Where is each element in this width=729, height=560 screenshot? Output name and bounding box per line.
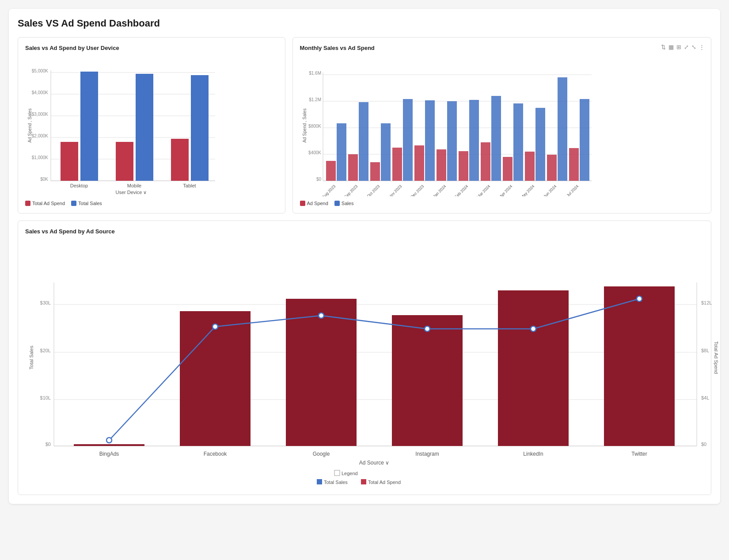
dashboard-title: Sales VS Ad Spend Dashboard <box>18 18 711 29</box>
dashboard-container: Sales VS Ad Spend Dashboard Sales vs Ad … <box>9 9 720 504</box>
svg-text:Instagram: Instagram <box>415 451 439 457</box>
export-icon[interactable]: ⤢ <box>684 44 689 50</box>
expand-icon[interactable]: ⤡ <box>691 44 696 50</box>
svg-rect-37 <box>381 123 391 181</box>
svg-text:Total Sales: Total Sales <box>29 346 34 370</box>
legend-sales: Total Sales <box>71 201 102 206</box>
bar-linkedin <box>498 290 569 446</box>
svg-text:Nov 2023: Nov 2023 <box>387 184 402 196</box>
legend-label-sales-2: Sales <box>342 201 354 206</box>
svg-text:Legend: Legend <box>342 471 358 476</box>
dot-twitter <box>637 296 642 301</box>
svg-text:User Device ∨: User Device ∨ <box>116 190 147 195</box>
chart2-toolbar: ⇅ ▦ ⊞ ⤢ ⤡ ⋮ <box>661 44 705 50</box>
svg-rect-36 <box>370 162 380 181</box>
svg-text:Jul 2024: Jul 2024 <box>566 184 579 196</box>
svg-text:Facebook: Facebook <box>204 451 228 457</box>
svg-rect-52 <box>547 155 557 181</box>
bar-twitter <box>604 286 675 446</box>
svg-text:Twitter: Twitter <box>631 451 647 457</box>
chart-ad-source: Sales vs Ad Spend by Ad Source Total Sal… <box>18 221 711 495</box>
legend-label-ad-spend-2: Ad Spend <box>307 201 328 206</box>
svg-text:$1.2M: $1.2M <box>309 97 321 102</box>
dot-linkedin <box>531 326 536 331</box>
svg-rect-50 <box>525 152 535 181</box>
more-icon[interactable]: ⋮ <box>699 44 705 50</box>
legend-ad-spend: Total Ad Spend <box>25 201 65 206</box>
chart1-svg: Ad Spend , Sales $0K $1,000K $2,000K $3,… <box>25 55 224 196</box>
svg-rect-51 <box>535 108 545 181</box>
legend-sales-2: Sales <box>334 201 354 206</box>
bar-desktop-sales <box>80 72 98 181</box>
svg-text:Apr 2024: Apr 2024 <box>498 184 513 196</box>
bar-google <box>286 299 357 446</box>
sort-icon[interactable]: ⇅ <box>661 44 666 50</box>
svg-text:Mar 2024: Mar 2024 <box>476 184 491 196</box>
svg-rect-46 <box>481 142 490 181</box>
bar-instagram <box>392 315 463 446</box>
chart1-title: Sales vs Ad Spend by User Device <box>25 45 278 51</box>
svg-text:Sep 2023: Sep 2023 <box>343 184 358 196</box>
legend-label-ad-spend: Total Ad Spend <box>32 201 65 206</box>
svg-text:$8L: $8L <box>701 348 709 353</box>
svg-text:Total Ad Spend: Total Ad Spend <box>368 480 401 485</box>
legend-ad-spend-2: Ad Spend <box>300 201 328 206</box>
chart3-svg: Total Sales Total Ad Spend $0 $10L $20L … <box>25 238 723 486</box>
dot-google <box>319 313 324 318</box>
svg-text:$4,000K: $4,000K <box>32 90 49 95</box>
svg-text:Tablet: Tablet <box>183 183 196 188</box>
svg-text:BingAds: BingAds <box>99 451 119 457</box>
svg-rect-42 <box>437 149 446 181</box>
chart-type-icon[interactable]: ⊞ <box>676 44 681 50</box>
svg-text:Ad Spend , Sales: Ad Spend , Sales <box>302 108 307 142</box>
svg-rect-40 <box>414 145 424 181</box>
bar-mobile-adspend <box>116 142 133 181</box>
svg-text:Desktop: Desktop <box>70 183 88 188</box>
bar-desktop-adspend <box>61 142 78 181</box>
svg-text:$20L: $20L <box>40 348 51 353</box>
svg-rect-92 <box>334 470 340 476</box>
legend-label-sales: Total Sales <box>78 201 102 206</box>
svg-rect-53 <box>558 77 567 181</box>
svg-rect-47 <box>491 96 501 181</box>
svg-rect-38 <box>392 148 402 181</box>
svg-text:Total Sales: Total Sales <box>324 480 348 485</box>
bar-tablet-sales <box>191 75 209 181</box>
svg-rect-55 <box>580 99 589 181</box>
svg-text:Dec 2023: Dec 2023 <box>410 184 425 196</box>
svg-rect-94 <box>317 479 322 484</box>
svg-rect-49 <box>513 103 523 181</box>
chart-monthly: Monthly Sales vs Ad Spend ⇅ ▦ ⊞ ⤢ ⤡ ⋮ Ad… <box>292 37 711 213</box>
svg-text:Jun 2024: Jun 2024 <box>543 184 557 196</box>
svg-text:$2,000K: $2,000K <box>32 133 49 138</box>
chart2-title: Monthly Sales vs Ad Spend <box>300 45 704 51</box>
bar-facebook <box>180 311 251 446</box>
svg-text:$30L: $30L <box>40 300 51 305</box>
svg-rect-41 <box>425 100 435 181</box>
svg-rect-96 <box>361 479 366 484</box>
svg-text:LinkedIn: LinkedIn <box>523 451 543 457</box>
svg-text:$1.6M: $1.6M <box>309 71 321 76</box>
svg-text:Jan 2024: Jan 2024 <box>432 184 447 196</box>
svg-text:$0: $0 <box>316 177 321 182</box>
svg-text:$800K: $800K <box>308 124 321 129</box>
svg-text:$1,000K: $1,000K <box>32 155 49 160</box>
svg-text:Total Ad Spend: Total Ad Spend <box>714 341 719 374</box>
chart3-title: Sales vs Ad Spend by Ad Source <box>25 228 704 235</box>
svg-text:$4L: $4L <box>701 395 709 400</box>
legend-swatch-ad-spend-2 <box>300 201 305 206</box>
legend-swatch-sales <box>71 201 76 206</box>
svg-rect-45 <box>469 100 479 181</box>
svg-text:Oct 2023: Oct 2023 <box>366 184 380 196</box>
legend-swatch-ad-spend <box>25 201 30 206</box>
chart1-legend: Total Ad Spend Total Sales <box>25 201 278 206</box>
svg-text:Ad Source ∨: Ad Source ∨ <box>359 460 389 466</box>
svg-text:$0K: $0K <box>40 177 48 182</box>
svg-text:$12L: $12L <box>701 300 712 305</box>
svg-text:$0: $0 <box>46 442 51 447</box>
chart2-legend: Ad Spend Sales <box>300 201 704 206</box>
svg-text:$3,000K: $3,000K <box>32 112 49 117</box>
svg-text:$0: $0 <box>701 442 706 447</box>
bar-mobile-sales <box>136 74 153 181</box>
bar-chart-icon[interactable]: ▦ <box>668 44 674 50</box>
